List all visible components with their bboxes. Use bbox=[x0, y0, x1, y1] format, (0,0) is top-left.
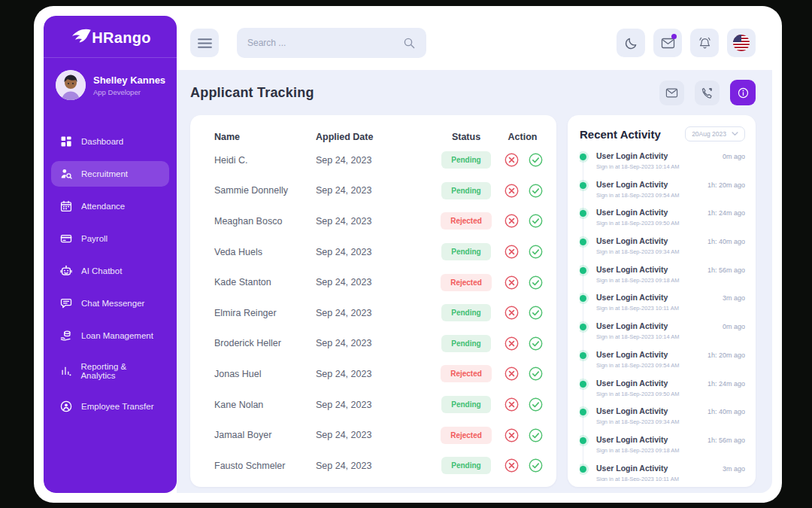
applied-date: Sep 24, 2023 bbox=[316, 216, 429, 227]
activity-dot-icon bbox=[580, 324, 586, 330]
sidebar-item-label: Reporting & Analytics bbox=[80, 362, 160, 380]
activity-item-time: 1h: 40m ago bbox=[707, 408, 745, 415]
table-row: Kane NolanSep 24, 2023Pending bbox=[214, 389, 541, 420]
recent-activity-card: Recent Activity 20Aug 2023 User Login Ac… bbox=[568, 115, 756, 487]
user-profile[interactable]: Shelley Kannes App Developer bbox=[44, 58, 177, 112]
content-area: Applicant Tracking bbox=[177, 16, 772, 493]
language-button[interactable] bbox=[727, 29, 756, 57]
activity-list: User Login Activity0m agoSign in at 18-S… bbox=[580, 149, 745, 481]
sidebar-item-recruitment[interactable]: Recruitment bbox=[51, 161, 169, 187]
sidebar-nav: DashboardRecruitmentAttendancePayrollAI … bbox=[44, 129, 177, 419]
reject-button[interactable] bbox=[504, 458, 520, 473]
approve-button[interactable] bbox=[528, 366, 544, 382]
reject-button[interactable] bbox=[504, 305, 520, 321]
sidebar-item-reporting-analytics[interactable]: Reporting & Analytics bbox=[51, 355, 169, 387]
approve-button[interactable] bbox=[528, 275, 544, 291]
status-badge: Pending bbox=[441, 457, 490, 474]
phone-icon bbox=[701, 87, 714, 99]
sidebar-item-dashboard[interactable]: Dashboard bbox=[51, 129, 169, 154]
row-actions bbox=[504, 275, 544, 291]
sidebar-item-ai-chatbot[interactable]: AI Chatbot bbox=[51, 258, 169, 284]
approve-button[interactable] bbox=[528, 305, 544, 321]
contact-mail-button[interactable] bbox=[659, 81, 684, 105]
info-button[interactable] bbox=[730, 80, 756, 105]
payroll-icon bbox=[60, 233, 72, 245]
reject-button[interactable] bbox=[504, 427, 520, 443]
check-circle-icon bbox=[528, 213, 544, 229]
approve-button[interactable] bbox=[528, 427, 544, 443]
reject-button[interactable] bbox=[504, 244, 520, 260]
applicant-name: Sammie Donnelly bbox=[214, 185, 316, 196]
messages-button[interactable] bbox=[653, 29, 682, 57]
x-circle-icon bbox=[504, 336, 520, 351]
status-badge: Pending bbox=[441, 396, 490, 413]
menu-icon bbox=[198, 36, 212, 50]
chat-messenger-icon bbox=[60, 297, 72, 309]
row-actions bbox=[504, 458, 544, 473]
activity-item: User Login Activity0m agoSign in at 18-S… bbox=[596, 319, 745, 348]
check-circle-icon bbox=[528, 336, 544, 351]
activity-item-subtitle: Sign in at 18-Sep-2023 09:34 AM bbox=[596, 418, 745, 425]
notifications-button[interactable] bbox=[690, 29, 719, 57]
approve-button[interactable] bbox=[528, 152, 544, 168]
sidebar-item-loan-management[interactable]: Loan Management bbox=[51, 323, 169, 348]
status-badge: Pending bbox=[441, 335, 490, 352]
approve-button[interactable] bbox=[528, 397, 544, 412]
sidebar-item-employee-transfer[interactable]: Employee Transfer bbox=[51, 394, 169, 419]
applicant-name: Jamaal Boyer bbox=[214, 430, 316, 440]
menu-button[interactable] bbox=[190, 29, 219, 57]
table-row: Sammie DonnellySep 24, 2023Pending bbox=[214, 175, 541, 206]
check-circle-icon bbox=[528, 152, 544, 168]
contact-phone-button[interactable] bbox=[695, 81, 720, 105]
check-circle-icon bbox=[528, 244, 544, 260]
activity-dot-icon bbox=[580, 210, 586, 217]
reject-button[interactable] bbox=[504, 152, 520, 168]
row-actions bbox=[504, 152, 544, 168]
approve-button[interactable] bbox=[528, 458, 544, 473]
activity-item-time: 1h: 40m ago bbox=[707, 238, 745, 245]
employee-transfer-icon bbox=[60, 400, 72, 412]
sidebar-item-label: Loan Management bbox=[81, 331, 153, 340]
approve-button[interactable] bbox=[528, 336, 544, 351]
table-row: Fausto SchmelerSep 24, 2023Pending bbox=[214, 450, 541, 481]
theme-toggle-button[interactable] bbox=[617, 29, 645, 57]
recruitment-icon bbox=[60, 168, 72, 180]
activity-dot-icon bbox=[580, 466, 586, 473]
activity-dot-icon bbox=[580, 182, 586, 189]
activity-item: User Login Activity1h: 40m agoSign in at… bbox=[596, 234, 745, 263]
sidebar-item-label: Employee Transfer bbox=[81, 402, 154, 411]
activity-dot-icon bbox=[580, 239, 586, 245]
sidebar-item-attendance[interactable]: Attendance bbox=[51, 193, 169, 219]
table-row: Broderick HellerSep 24, 2023Pending bbox=[214, 328, 541, 359]
activity-date-filter[interactable]: 20Aug 2023 bbox=[685, 126, 745, 141]
reject-button[interactable] bbox=[504, 183, 520, 199]
reject-button[interactable] bbox=[504, 397, 520, 412]
activity-item-title: User Login Activity bbox=[596, 180, 668, 189]
search-input[interactable] bbox=[247, 38, 397, 48]
approve-button[interactable] bbox=[528, 183, 544, 199]
activity-item-time: 1h: 24m ago bbox=[707, 380, 745, 388]
activity-item-subtitle: Sign in at 18-Sep-2023 10:14 AM bbox=[596, 333, 745, 340]
x-circle-icon bbox=[504, 244, 520, 260]
activity-dot-icon bbox=[580, 267, 586, 274]
sidebar-item-payroll[interactable]: Payroll bbox=[51, 226, 169, 251]
reject-button[interactable] bbox=[504, 336, 520, 351]
approve-button[interactable] bbox=[528, 213, 544, 229]
reject-button[interactable] bbox=[504, 213, 520, 229]
user-role: App Developer bbox=[93, 88, 165, 96]
page-title: Applicant Tracking bbox=[190, 85, 314, 101]
approve-button[interactable] bbox=[528, 244, 544, 260]
activity-item-row: User Login Activity1h: 56m ago bbox=[596, 435, 745, 444]
sidebar-item-chat-messenger[interactable]: Chat Messenger bbox=[51, 291, 169, 316]
table-header-row: NameApplied DateStatusAction bbox=[214, 129, 541, 144]
status-badge: Pending bbox=[441, 151, 490, 169]
table-row: Veda HuelsSep 24, 2023Pending bbox=[214, 236, 541, 267]
x-circle-icon bbox=[504, 397, 520, 412]
activity-item-time: 3m ago bbox=[723, 465, 745, 473]
x-circle-icon bbox=[504, 427, 520, 443]
activity-item-row: User Login Activity1h: 20m ago bbox=[596, 180, 745, 189]
activity-item-title: User Login Activity bbox=[596, 151, 668, 160]
reject-button[interactable] bbox=[504, 366, 520, 382]
row-actions bbox=[504, 213, 544, 229]
reject-button[interactable] bbox=[504, 275, 520, 291]
